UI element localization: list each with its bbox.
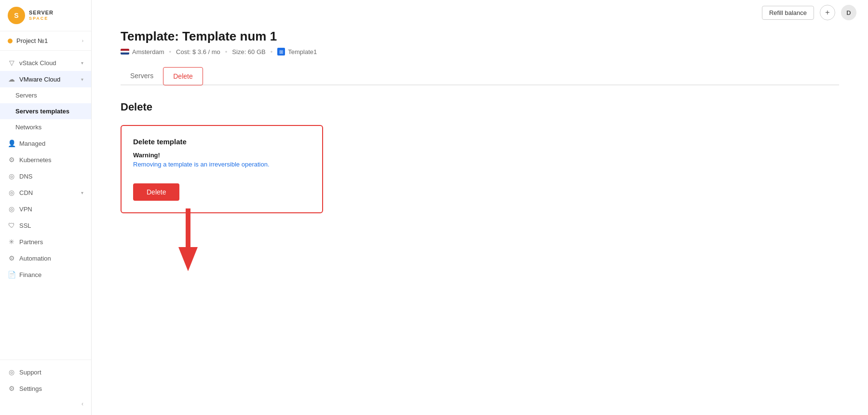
flag-nl <box>121 49 129 55</box>
meta-location: Amsterdam <box>132 48 164 55</box>
sidebar-item-kubernetes[interactable]: ⚙ Kubernetes <box>0 152 91 168</box>
dns-icon: ◎ <box>8 172 15 180</box>
sidebar-item-automation[interactable]: ⚙ Automation <box>0 250 91 266</box>
project-dot <box>8 39 13 43</box>
sidebar-item-vpn[interactable]: ◎ VPN <box>0 201 91 217</box>
dns-label: DNS <box>19 173 32 180</box>
arrow-annotation <box>159 208 217 271</box>
automation-label: Automation <box>19 255 51 262</box>
ssl-label: SSL <box>19 222 31 229</box>
sidebar-item-vstack[interactable]: ▽ vStack Cloud ▾ <box>0 55 91 71</box>
delete-section-title: Delete <box>121 101 839 113</box>
logo: S SERVER SPACE <box>0 0 91 31</box>
sidebar-item-vmware[interactable]: ☁ VMware Cloud ▾ <box>0 71 91 87</box>
topbar: Refill balance + D <box>750 0 868 25</box>
tab-servers[interactable]: Servers <box>121 67 163 85</box>
cdn-chevron: ▾ <box>81 190 83 195</box>
settings-icon: ⚙ <box>8 385 15 392</box>
svg-text:S: S <box>14 12 18 19</box>
warning-text: Removing a template is an irreversible o… <box>133 161 311 168</box>
logo-text-space: SPACE <box>29 16 54 21</box>
managed-icon: 👤 <box>8 139 15 147</box>
sidebar-item-cdn[interactable]: ◎ CDN ▾ <box>0 184 91 201</box>
delete-card-title: Delete template <box>133 138 311 146</box>
servers-templates-label: Servers templates <box>15 108 69 115</box>
sidebar-collapse-btn[interactable]: ‹ <box>0 397 91 411</box>
vstack-chevron: ▾ <box>81 60 83 66</box>
sidebar: S SERVER SPACE Project №1 › ▽ vStack Clo… <box>0 0 92 415</box>
sidebar-nav: ▽ vStack Cloud ▾ ☁ VMware Cloud ▾ Server… <box>0 51 91 287</box>
sidebar-item-ssl[interactable]: 🛡 SSL <box>0 217 91 234</box>
collapse-icon: ‹ <box>81 401 83 407</box>
avatar[interactable]: D <box>841 5 856 20</box>
project-chevron: › <box>82 38 83 43</box>
finance-icon: 📄 <box>8 271 15 278</box>
page-title: Template: Template num 1 <box>121 29 839 44</box>
sidebar-item-servers-templates[interactable]: Servers templates <box>0 103 91 119</box>
ssl-icon: 🛡 <box>8 221 15 229</box>
sep2: • <box>225 48 228 55</box>
sidebar-item-partners[interactable]: ✳ Partners <box>0 234 91 250</box>
delete-button[interactable]: Delete <box>133 183 179 201</box>
partners-label: Partners <box>19 238 43 246</box>
meta-cost: Cost: $ 3.6 / mo <box>176 48 220 55</box>
vmware-icon: ☁ <box>8 75 15 83</box>
os-icon: ⊞ <box>277 48 285 55</box>
sidebar-item-support[interactable]: ◎ Support <box>0 364 91 380</box>
sidebar-item-settings[interactable]: ⚙ Settings <box>0 380 91 397</box>
sidebar-item-dns[interactable]: ◎ DNS <box>0 168 91 184</box>
kubernetes-icon: ⚙ <box>8 156 15 164</box>
sep3: • <box>271 48 273 55</box>
svg-marker-2 <box>178 208 198 271</box>
finance-label: Finance <box>19 271 41 278</box>
vpn-icon: ◎ <box>8 205 15 213</box>
sep1: • <box>169 48 171 55</box>
support-icon: ◎ <box>8 368 15 376</box>
logo-text-server: SERVER <box>29 10 54 16</box>
automation-icon: ⚙ <box>8 254 15 262</box>
cdn-label: CDN <box>19 189 33 196</box>
page-meta: Amsterdam • Cost: $ 3.6 / mo • Size: 60 … <box>121 48 839 55</box>
meta-size: Size: 60 GB <box>232 48 265 55</box>
sidebar-item-servers[interactable]: Servers <box>0 87 91 103</box>
settings-label: Settings <box>19 385 42 392</box>
meta-os: Template1 <box>288 48 317 55</box>
delete-card: Delete template Warning! Removing a temp… <box>121 125 323 213</box>
add-button[interactable]: + <box>820 5 835 20</box>
warning-label: Warning! <box>133 152 311 159</box>
tab-delete[interactable]: Delete <box>163 67 203 85</box>
sidebar-bottom: ◎ Support ⚙ Settings ‹ <box>0 360 91 415</box>
support-label: Support <box>19 369 41 376</box>
sidebar-item-finance[interactable]: 📄 Finance <box>0 266 91 283</box>
kubernetes-label: Kubernetes <box>19 156 52 164</box>
logo-icon: S <box>8 7 25 24</box>
sidebar-item-label: vStack Cloud <box>19 59 56 67</box>
refill-balance-button[interactable]: Refill balance <box>762 6 814 20</box>
servers-label: Servers <box>15 92 37 99</box>
networks-label: Networks <box>15 124 41 131</box>
sidebar-item-label: VMware Cloud <box>19 76 60 83</box>
partners-icon: ✳ <box>8 238 15 246</box>
sidebar-item-managed[interactable]: 👤 Managed <box>0 135 91 152</box>
red-arrow-svg <box>159 208 217 271</box>
project-selector[interactable]: Project №1 › <box>0 31 91 51</box>
vmware-chevron: ▾ <box>81 77 83 82</box>
project-label: Project №1 <box>16 37 48 44</box>
main-content: Template: Template num 1 Amsterdam • Cos… <box>92 0 868 415</box>
cdn-icon: ◎ <box>8 189 15 196</box>
vstack-icon: ▽ <box>8 59 15 67</box>
vpn-label: VPN <box>19 206 32 213</box>
sidebar-item-networks[interactable]: Networks <box>0 119 91 135</box>
managed-label: Managed <box>19 140 45 147</box>
tabs: Servers Delete <box>121 67 839 85</box>
